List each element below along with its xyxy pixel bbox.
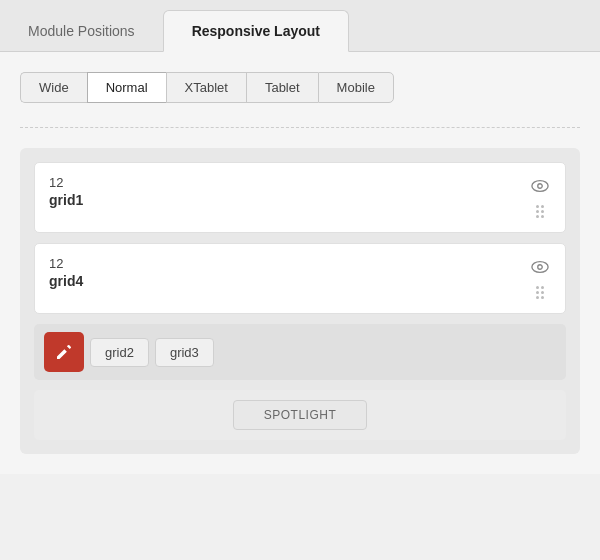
grid-edit-button[interactable] [44,332,84,372]
tab-responsive-layout[interactable]: Responsive Layout [163,10,349,52]
section-divider [20,127,580,128]
grid1-visibility-toggle[interactable] [529,175,551,197]
svg-point-3 [538,265,543,270]
sub-tabs-container: Wide Normal XTablet Tablet Mobile [20,72,580,103]
multi-grid-row: grid2 grid3 [34,324,566,380]
spotlight-button[interactable]: SPOTLIGHT [233,400,368,430]
subtab-xtablet[interactable]: XTablet [166,72,246,103]
grid4-visibility-toggle[interactable] [529,256,551,278]
grid4-info: 12 grid4 [49,256,83,289]
grid1-actions [529,175,551,220]
pencil-icon [55,343,73,361]
grid4-card: 12 grid4 [34,243,566,314]
subtab-wide[interactable]: Wide [20,72,87,103]
grid1-name: grid1 [49,192,83,208]
grid4-number: 12 [49,256,83,271]
subtab-normal[interactable]: Normal [87,72,166,103]
top-tabs-container: Module Positions Responsive Layout [0,0,600,52]
svg-point-2 [532,262,548,273]
main-content: Wide Normal XTablet Tablet Mobile 12 gri… [0,52,600,474]
svg-point-1 [538,184,543,189]
subtab-tablet[interactable]: Tablet [246,72,318,103]
grid4-name: grid4 [49,273,83,289]
tab-module-positions[interactable]: Module Positions [0,11,163,51]
grid4-drag-handle[interactable] [534,284,546,301]
grid2-pill[interactable]: grid2 [90,338,149,367]
grid1-info: 12 grid1 [49,175,83,208]
grid1-drag-handle[interactable] [534,203,546,220]
grid3-pill[interactable]: grid3 [155,338,214,367]
spotlight-row: SPOTLIGHT [34,390,566,440]
grid1-number: 12 [49,175,83,190]
layout-container: 12 grid1 [20,148,580,454]
grid1-card: 12 grid1 [34,162,566,233]
grid4-actions [529,256,551,301]
svg-point-0 [532,181,548,192]
subtab-mobile[interactable]: Mobile [318,72,394,103]
